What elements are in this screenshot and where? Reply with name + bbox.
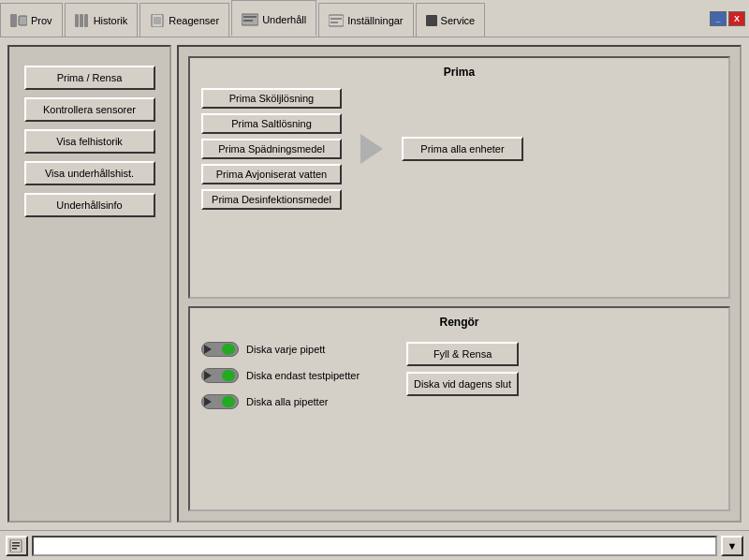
rengor-title: Rengör (201, 316, 717, 329)
svg-rect-4 (84, 14, 88, 27)
svg-rect-17 (12, 548, 17, 550)
rengor-buttons-group: Fyll & Rensa Diska vid dagens slut (406, 342, 519, 396)
toggle-arrow-1 (204, 345, 212, 354)
sidebar-visa-underhallshist-button[interactable]: Visa underhållshist. (24, 161, 155, 185)
toggle-group: Diska varje pipett Diska endast testpipe… (201, 342, 360, 409)
service-icon (426, 15, 437, 26)
sidebar-underhallsinfo-button[interactable]: Underhållsinfo (24, 193, 155, 217)
rengor-inner: Diska varje pipett Diska endast testpipe… (201, 338, 717, 413)
toggle-arrow-2 (204, 371, 212, 380)
toggle-switch-1[interactable] (201, 342, 239, 357)
prima-skoljlosning-button[interactable]: Prima Sköljlösning (201, 88, 342, 109)
toggle-label-3: Diska alla pipetter (246, 396, 328, 407)
tab-installningar[interactable]: Inställningar (318, 3, 413, 37)
minimize-button[interactable]: _ (710, 11, 727, 26)
rengor-section: Rengör Diska varje pipett Diska endast t… (188, 306, 730, 511)
prima-spadningsmedel-button[interactable]: Prima Spädningsmedel (201, 139, 342, 159)
toggle-label-1: Diska varje pipett (246, 344, 325, 355)
svg-rect-3 (80, 14, 83, 27)
svg-rect-15 (12, 542, 20, 544)
close-button[interactable]: X (728, 11, 745, 26)
svg-rect-1 (19, 16, 27, 25)
prima-avjoniserat-vatten-button[interactable]: Prima Avjoniserat vatten (201, 164, 342, 184)
title-bar: Prov Historik Reagenser Underhåll Instäl… (0, 0, 749, 37)
toggle-diska-endast-testpipetter: Diska endast testpipetter (201, 368, 360, 383)
sidebar-prima-rensa-button[interactable]: Prima / Rensa (24, 66, 155, 90)
prima-alla-enheter-button[interactable]: Prima alla enheter (402, 137, 523, 161)
prima-inner: Prima Sköljlösning Prima Saltlösning Pri… (201, 88, 717, 210)
underhall-icon (242, 13, 258, 26)
status-bar: ▼ (0, 530, 749, 560)
tab-reagenser[interactable]: Reagenser (140, 3, 229, 37)
sidebar-visa-felhistorik-button[interactable]: Visa felhistorik (24, 129, 155, 154)
status-text-area (32, 536, 717, 556)
svg-rect-2 (75, 14, 79, 27)
window-controls: _ X (710, 0, 749, 37)
right-panel: Prima Prima Sköljlösning Prima Saltlösni… (177, 45, 742, 523)
svg-rect-9 (243, 20, 253, 22)
svg-rect-11 (330, 18, 342, 20)
svg-rect-13 (426, 15, 437, 26)
prov-icon (10, 14, 27, 27)
toggle-switch-2[interactable] (201, 368, 239, 383)
tab-historik[interactable]: Historik (65, 3, 139, 37)
toggle-switch-3[interactable] (201, 394, 239, 409)
dropdown-arrow-icon: ▼ (727, 540, 738, 552)
tab-prov-label: Prov (31, 15, 52, 26)
fyll-rensa-button[interactable]: Fyll & Rensa (406, 342, 519, 366)
status-dropdown-button[interactable]: ▼ (721, 536, 743, 556)
prima-title: Prima (201, 66, 717, 79)
tab-underhall[interactable]: Underhåll (231, 0, 316, 37)
play-arrow-icon (360, 134, 383, 164)
tab-prov[interactable]: Prov (0, 3, 63, 37)
historik-icon (75, 14, 90, 27)
diska-vid-dagens-slut-button[interactable]: Diska vid dagens slut (406, 372, 519, 396)
svg-rect-10 (329, 15, 344, 26)
toggle-diska-alla-pipetter: Diska alla pipetter (201, 394, 360, 409)
svg-rect-6 (154, 17, 161, 24)
reagenser-icon (150, 14, 165, 27)
tab-service[interactable]: Service (416, 3, 486, 37)
tab-historik-label: Historik (94, 15, 128, 26)
prima-section: Prima Prima Sköljlösning Prima Saltlösni… (188, 56, 730, 299)
status-icon (6, 536, 28, 556)
prima-desinfektionsmedel-button[interactable]: Prima Desinfektionsmedel (201, 189, 342, 210)
sidebar-kontrollera-sensorer-button[interactable]: Kontrollera sensorer (24, 97, 155, 122)
svg-rect-0 (10, 14, 17, 27)
svg-rect-8 (243, 16, 257, 18)
tab-underhall-label: Underhåll (262, 14, 306, 25)
prima-saltlosning-button[interactable]: Prima Saltlösning (201, 113, 342, 134)
svg-rect-16 (12, 545, 20, 547)
toggle-label-2: Diska endast testpipetter (246, 370, 360, 381)
installningar-icon (329, 14, 344, 27)
svg-rect-12 (330, 22, 338, 23)
document-icon (9, 539, 24, 553)
main-content: Prima / Rensa Kontrollera sensorer Visa … (0, 37, 749, 530)
tab-service-label: Service (441, 15, 476, 26)
toggle-arrow-3 (204, 397, 212, 406)
sidebar: Prima / Rensa Kontrollera sensorer Visa … (7, 45, 171, 523)
tab-reagenser-label: Reagenser (169, 15, 219, 26)
toggle-diska-varje-pipett: Diska varje pipett (201, 342, 360, 357)
prima-buttons-group: Prima Sköljlösning Prima Saltlösning Pri… (201, 88, 342, 210)
tab-installningar-label: Inställningar (347, 15, 403, 26)
